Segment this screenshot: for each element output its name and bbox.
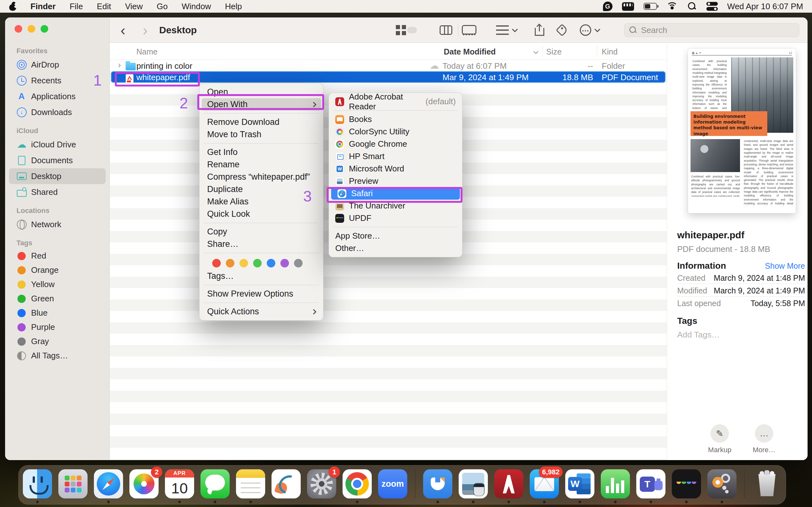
pdf-thumbnail[interactable]: ▦ ▲ ✦12 Combined with practical cases, t… (688, 49, 796, 213)
more-actions-button[interactable]: … (580, 17, 599, 43)
forward-button[interactable]: › (143, 17, 148, 43)
dock-item-notes[interactable] (236, 469, 265, 504)
sidebar-tag-yellow[interactable]: Yellow (5, 277, 109, 291)
column-header-kind[interactable]: Kind (602, 47, 618, 56)
sidebar-tag-purple[interactable]: Purple (5, 320, 109, 334)
group-button[interactable] (496, 17, 516, 43)
submenu-item-books[interactable]: Books (329, 113, 462, 125)
menubar-clock[interactable]: Wed Apr 10 6:07 PM (727, 2, 803, 11)
menu-item-rename[interactable]: Rename (200, 158, 323, 171)
sidebar-tag-blue[interactable]: Blue (5, 306, 109, 320)
menu-item-tags[interactable]: Tags… (200, 270, 323, 282)
submenu-item-updf[interactable]: UPDF (329, 212, 462, 224)
sidebar-tag-orange[interactable]: Orange (5, 263, 109, 277)
menu-item-copy[interactable]: Copy (200, 226, 323, 238)
menu-item-remove-download[interactable]: Remove Download (200, 116, 323, 128)
dock-item-launchpad[interactable] (58, 469, 88, 504)
dock-item-updf[interactable] (672, 469, 701, 504)
table-row-selected-pdf[interactable]: whitepaper.pdf Mar 9, 2024 at 1:49 PM 18… (111, 71, 665, 83)
column-header-date-modified[interactable]: Date Modified (444, 47, 496, 56)
apple-menu-icon[interactable] (9, 2, 16, 11)
zoom-button[interactable] (41, 25, 48, 33)
sidebar-item-documents[interactable]: Documents (5, 153, 109, 168)
dock-item-acrobat[interactable] (494, 469, 523, 504)
dock-item-word[interactable]: W (565, 469, 595, 504)
sidebar-item-all-tags[interactable]: All Tags… (5, 349, 109, 363)
submenu-item-safari[interactable]: Safari (331, 187, 460, 200)
share-button[interactable] (535, 17, 544, 43)
menubar-menu-go[interactable]: Go (157, 2, 168, 11)
blue-tag-dot[interactable] (267, 259, 275, 268)
sidebar-tag-green[interactable]: Green (5, 291, 109, 306)
disclosure-chevron-icon[interactable]: › (118, 60, 121, 70)
menubar-menu-edit[interactable]: Edit (97, 2, 111, 11)
submenu-item-word[interactable]: Microsoft Word (329, 163, 462, 175)
sidebar-tag-red[interactable]: Red (5, 249, 109, 263)
dock-item-mail[interactable]: 6,982 (530, 469, 559, 504)
submenu-item-acrobat[interactable]: Adobe Acrobat Reader(default) (329, 95, 462, 108)
column-header-size[interactable]: Size (546, 47, 562, 56)
menubar-app-title[interactable]: Finder (31, 2, 55, 11)
minimize-button[interactable] (28, 25, 35, 33)
orange-tag-dot[interactable] (226, 259, 235, 268)
sidebar-item-airdrop[interactable]: AirDrop (5, 57, 109, 72)
column-view-button[interactable] (440, 17, 452, 43)
yellow-tag-dot[interactable] (240, 259, 248, 268)
dock-item-calendar[interactable]: APR10 (165, 469, 194, 504)
add-tags-field[interactable]: Add Tags… (677, 330, 720, 340)
menu-item-get-info[interactable]: Get Info (200, 146, 323, 158)
menu-item-open-with[interactable]: Open With (202, 98, 321, 111)
dock-item-preview[interactable] (459, 469, 488, 504)
menubar-menu-file[interactable]: File (69, 2, 83, 11)
show-more-link[interactable]: Show More (765, 262, 805, 271)
sidebar-item-downloads[interactable]: Downloads (5, 104, 109, 120)
submenu-item-hp-smart[interactable]: HP Smart (329, 150, 462, 163)
dock-item-keychain[interactable] (707, 469, 737, 504)
submenu-item-other[interactable]: Other… (329, 242, 462, 255)
sidebar-tag-gray[interactable]: Gray (5, 334, 109, 349)
menu-item-show-preview-options[interactable]: Show Preview Options (200, 288, 323, 300)
battery-icon[interactable] (644, 3, 657, 10)
menu-item-share[interactable]: Share… (200, 238, 323, 250)
submenu-item-chrome[interactable]: Google Chrome (329, 138, 462, 150)
submenu-item-app-store[interactable]: App Store… (329, 230, 462, 242)
dock-item-messages[interactable] (200, 469, 230, 504)
dock-item-chrome[interactable] (343, 469, 372, 504)
sort-chevron-icon[interactable] (534, 49, 539, 54)
dock-item-numbers[interactable] (601, 469, 630, 504)
list-view-button[interactable] (407, 27, 417, 33)
menu-item-quick-look[interactable]: Quick Look (200, 208, 323, 220)
dock-item-system-settings[interactable]: 1 (307, 469, 336, 504)
back-button[interactable]: ‹ (120, 17, 125, 43)
close-button[interactable] (14, 25, 22, 33)
tags-button[interactable] (558, 17, 566, 43)
icon-view-button[interactable] (396, 17, 406, 43)
purple-tag-dot[interactable] (281, 259, 289, 268)
grammarly-icon[interactable]: G (603, 2, 612, 11)
dock-item-safari[interactable] (94, 469, 123, 504)
gray-tag-dot[interactable] (294, 259, 303, 268)
submenu-item-unarchiver[interactable]: The Unarchiver (329, 200, 462, 212)
menubar-menu-window[interactable]: Window (182, 2, 211, 11)
more-button[interactable]: …More… (745, 424, 783, 454)
menu-item-compress[interactable]: Compress “whitepaper.pdf” (200, 171, 323, 183)
sidebar-item-desktop[interactable]: Desktop (9, 168, 106, 184)
submenu-item-colorsync[interactable]: ColorSync Utility (329, 125, 462, 138)
dock-item-dropover[interactable] (423, 469, 452, 504)
dock-item-teams[interactable]: T (636, 469, 665, 504)
sidebar-item-network[interactable]: Network (5, 216, 109, 232)
dock-item-trash[interactable] (752, 469, 781, 504)
menubar-menu-view[interactable]: View (125, 2, 143, 11)
gallery-view-button[interactable] (462, 17, 476, 43)
menu-item-move-to-trash[interactable]: Move to Trash (200, 128, 323, 141)
dock-item-finder[interactable] (23, 469, 52, 504)
spotlight-icon[interactable] (687, 2, 697, 11)
submenu-item-preview[interactable]: Preview (329, 175, 462, 187)
sidebar-item-shared[interactable]: Shared (5, 184, 109, 200)
dock-item-zoom[interactable]: zoom (378, 469, 407, 504)
dock-item-photos[interactable]: 2 (130, 469, 159, 504)
wifi-icon[interactable] (666, 2, 678, 11)
column-header-name[interactable]: Name (136, 47, 158, 56)
menu-item-quick-actions[interactable]: Quick Actions (200, 305, 323, 318)
file-name[interactable]: whitepaper.pdf (136, 72, 190, 82)
